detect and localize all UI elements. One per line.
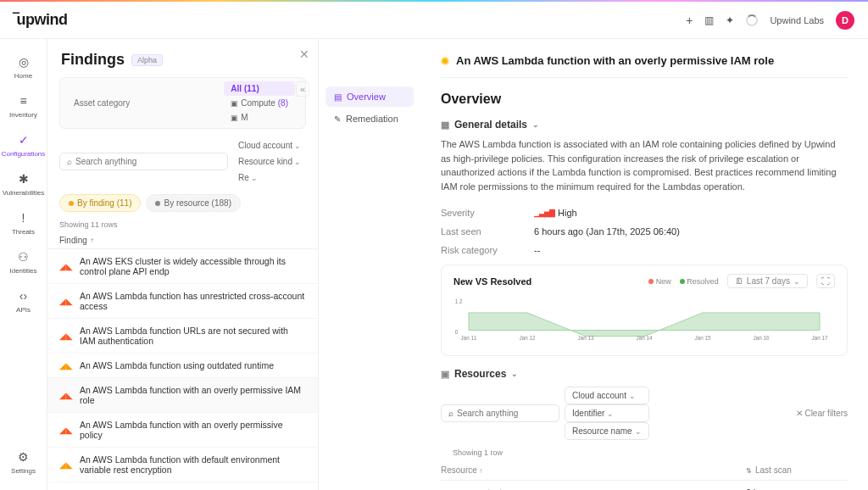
severity-icon: ◢◣ [59,426,73,435]
sort-icon: ↑ [91,237,94,244]
detail-title: An AWS Lambda function with an overly pe… [456,54,774,67]
filter-tab[interactable]: All (11) [224,81,295,96]
finding-row[interactable]: ◢◣An AWS EKS cluster is widely accessibl… [47,249,318,284]
severity-icon: ◢◣ [59,391,73,400]
inventory-icon: ≡ [16,93,31,109]
siderail: ◎Home≡Inventory✓Configurations✱Vulnerabi… [0,39,47,490]
svg-text:Jan 15: Jan 15 [695,335,711,341]
apis-icon: ‹› [16,288,31,303]
filter-dropdown[interactable]: Re ⌄ [233,170,306,186]
legend-resolved-dot [680,279,685,284]
detail-panel: ▤Overview✎Remediation An AWS Lambda func… [319,39,868,490]
resource-filter[interactable]: Cloud account ⌄ [565,387,649,404]
collapse-icon[interactable]: « [296,81,309,97]
resource-row[interactable]: λ naama-test ▪sandbox / ⚐us-east-1 6 hou… [441,481,848,490]
finding-row[interactable]: ◢◣An AWS Lambda function URLs are not se… [47,319,318,354]
finding-row[interactable]: ◢◣An AWS SQS Queue with an overly permis… [47,482,318,490]
topbar: upwind + ▥ ✦ Upwind Labs D [0,2,868,39]
logo: upwind [14,11,67,29]
view-tab[interactable]: By finding (11) [59,194,141,212]
search-box[interactable]: ⌕ [59,153,228,170]
home-icon: ◎ [16,54,31,70]
asset-category-input[interactable] [70,95,220,111]
detail-nav: ▤Overview✎Remediation [319,39,420,490]
org-name[interactable]: Upwind Labs [770,15,824,25]
severity-icon: ◢◣ [59,331,73,341]
svg-text:Jan 16: Jan 16 [754,335,770,341]
overview-heading: Overview [441,92,848,107]
identities-icon: ⚇ [16,249,31,264]
clear-filters[interactable]: ✕ Clear filters [796,409,848,418]
view-tab[interactable]: By resource (188) [146,194,240,212]
resource-filter[interactable]: Identifier ⌄ [565,404,649,422]
rail-home[interactable]: ◎Home [0,49,47,85]
alpha-badge: Alpha [131,54,163,66]
chevron-down-icon: ⌄ [511,370,518,378]
filter-tab[interactable]: ▣ Compute (8) [224,96,295,110]
severity-dot [441,57,449,65]
avatar[interactable]: D [836,11,854,30]
svg-text:Jan 17: Jan 17 [812,335,828,341]
calendar-icon: 🗓 [735,276,743,286]
general-details-header[interactable]: ▦ General details ⌄ [441,119,848,131]
chart-title: New VS Resolved [453,276,531,287]
svg-text:Jan 13: Jan 13 [578,335,594,341]
search-icon: ⌕ [448,409,453,418]
col-resource[interactable]: Resource ↑ [441,465,746,475]
finding-row[interactable]: ◢◣An AWS Lambda function using outdated … [47,354,318,378]
resources-header[interactable]: ▣ Resources ⌄ [441,368,848,380]
rail-configurations[interactable]: ✓Configurations [0,127,47,163]
results-count: Showing 11 rows [47,219,318,232]
rail-inventory[interactable]: ≡Inventory [0,88,47,124]
finding-row[interactable]: ◢◣An AWS Lambda function with default en… [47,448,318,482]
severity-icon: ◢◣ [59,361,73,370]
resources-count: Showing 1 row [441,447,848,460]
finding-row[interactable]: ◢◣An AWS Lambda function with an overly … [47,378,318,413]
filter-dropdown[interactable]: Resource kind ⌄ [233,153,306,170]
pin-icon[interactable]: ✦ [726,14,734,26]
resource-filter[interactable]: Resource name ⌄ [565,422,649,440]
filter-tab[interactable]: ▣ M [224,110,295,125]
cube-icon: ▣ [441,369,449,380]
severity-icon: ◢◣ [59,297,73,306]
col-lastscan[interactable]: ⇅Last scan [746,465,848,475]
grid-small-icon: ▦ [441,120,449,131]
chevron-down-icon: ⌄ [532,120,539,129]
severity-icon: ◢◣ [59,460,73,470]
add-icon[interactable]: + [686,14,693,27]
chart-card: New VS Resolved New Resolved 🗓Last 7 day… [441,264,848,356]
threats-icon: ! [16,210,31,226]
filter-dropdown[interactable]: Cloud account ⌄ [233,137,306,153]
date-range-button[interactable]: 🗓Last 7 days⌄ [727,274,808,288]
finding-row[interactable]: ◢◣An AWS Lambda function has unrestricte… [47,284,318,319]
detail-nav-overview[interactable]: ▤Overview [326,86,414,107]
search-icon: ⌕ [67,157,72,166]
finding-row[interactable]: ◢◣An AWS Lambda function with an overly … [47,413,318,448]
expand-icon[interactable]: ⛶ [816,274,835,288]
rail-vulnerabilities[interactable]: ✱Vulnerabilities [0,166,47,202]
category-filter: All (11)▣ Compute (8)▣ M [59,77,306,129]
description: The AWS Lambda function is associated wi… [441,137,848,193]
settings-icon: ⚙ [16,449,31,465]
column-header-finding[interactable]: Finding↑ [47,232,318,249]
legend-new-dot [648,279,654,284]
configurations-icon: ✓ [16,132,31,148]
search-input[interactable] [75,157,220,166]
svg-text:0: 0 [455,329,459,335]
rail-settings[interactable]: ⚙Settings [0,444,47,480]
detail-nav-remediation[interactable]: ✎Remediation [326,109,414,129]
svg-text:Jan 14: Jan 14 [637,335,653,341]
svg-text:Jan 11: Jan 11 [461,335,477,341]
svg-text:Jan 12: Jan 12 [520,335,536,341]
severity-icon: ◢◣ [59,262,73,271]
svg-text:1.2: 1.2 [455,298,463,304]
findings-panel: ✕ « Findings Alpha All (11)▣ Compute (8)… [47,39,319,490]
resources-search[interactable]: ⌕ [441,404,559,422]
close-icon[interactable]: ✕ [299,47,309,61]
rail-apis[interactable]: ‹›APIs [0,283,47,319]
grid-icon[interactable]: ▥ [704,14,714,26]
chart-area: 1.2 0 Jan 11Jan 12Jan 13Jan 14Jan 15Jan … [453,293,835,344]
rail-threats[interactable]: !Threats [0,205,47,241]
rail-identities[interactable]: ⚇Identities [0,244,47,280]
findings-list: ◢◣An AWS EKS cluster is widely accessibl… [47,249,318,490]
